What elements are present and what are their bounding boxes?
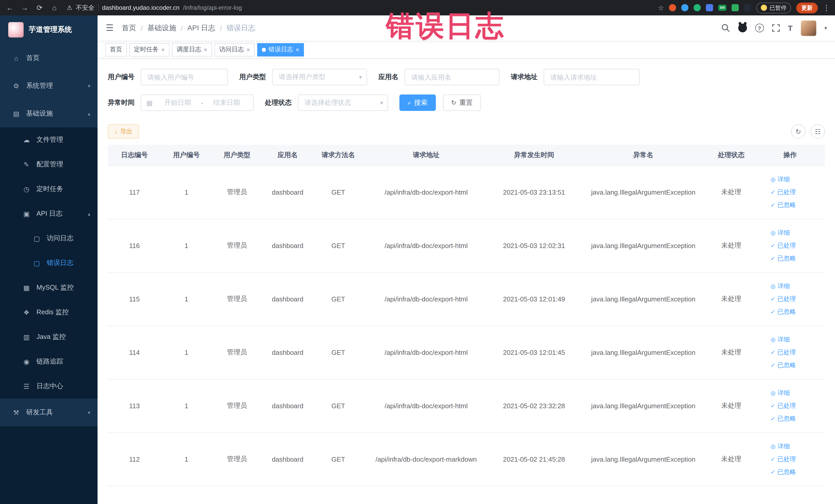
extension-on-badge[interactable]: on xyxy=(718,5,727,11)
column-settings-button[interactable]: ☷ xyxy=(811,124,825,139)
sidebar-item-system[interactable]: ⚙ 系统管理 ▾ xyxy=(0,72,98,100)
app-name-input[interactable] xyxy=(405,69,500,85)
document-icon: ▢ xyxy=(33,235,41,242)
mark-processed-link[interactable]: ✓已处理 xyxy=(771,186,823,199)
mark-processed-link[interactable]: ✓已处理 xyxy=(771,239,823,252)
fullscreen-icon[interactable] xyxy=(772,24,780,32)
extension-icon-red[interactable] xyxy=(669,4,676,11)
update-button[interactable]: 更新 xyxy=(796,2,818,13)
sidebar-item-error-log[interactable]: ▢ 错误日志 xyxy=(0,250,98,275)
font-size-icon[interactable]: T xyxy=(788,24,793,32)
tab-error-log[interactable]: 错误日志 × xyxy=(257,43,304,56)
sidebar-item-mysql-monitor[interactable]: ▦ MySQL 监控 xyxy=(0,275,98,300)
mark-processed-link[interactable]: ✓已处理 xyxy=(771,452,823,465)
cell-log-id: 116 xyxy=(108,219,161,272)
breadcrumb-home[interactable]: 首页 xyxy=(122,23,136,33)
close-icon[interactable]: × xyxy=(246,46,250,53)
request-url-input[interactable] xyxy=(544,69,640,85)
mark-processed-link[interactable]: ✓已处理 xyxy=(771,346,823,359)
close-icon[interactable]: × xyxy=(204,46,207,53)
mark-ignored-link[interactable]: ✓已忽略 xyxy=(771,412,823,425)
close-icon[interactable]: × xyxy=(296,46,299,53)
document-icon: ▢ xyxy=(33,259,41,267)
col-exception-name: 异常名 xyxy=(579,145,707,165)
address-bar[interactable]: ⚠ 不安全 dashboard.yudao.iocoder.cn/infra/l… xyxy=(67,3,242,12)
hamburger-icon[interactable]: ☰ xyxy=(106,23,114,33)
sidebar-item-infra[interactable]: ▤ 基础设施 ▴ xyxy=(0,100,98,127)
mark-ignored-link[interactable]: ✓已忽略 xyxy=(771,199,823,211)
sidebar: 芋道管理系统 ⌂ 首页 ⚙ 系统管理 ▾ ▤ 基础设施 ▴ ☁ 文件管理 xyxy=(0,15,98,504)
screen: ← → ⟳ ⌂ ⚠ 不安全 dashboard.yudao.iocoder.cn… xyxy=(0,0,835,504)
detail-link[interactable]: ◎详细 xyxy=(771,440,823,452)
mark-processed-link[interactable]: ✓已处理 xyxy=(771,293,823,305)
github-icon[interactable] xyxy=(738,24,747,32)
detail-link[interactable]: ◎详细 xyxy=(771,386,823,399)
mark-ignored-link[interactable]: ✓已忽略 xyxy=(771,305,823,318)
mark-processed-link[interactable]: ✓已处理 xyxy=(771,399,823,412)
chevron-down-icon: ▾ xyxy=(88,83,90,88)
col-app-name: 应用名 xyxy=(262,145,313,165)
check-icon: ✓ xyxy=(771,199,775,211)
tab-home[interactable]: 首页 xyxy=(105,43,127,56)
mark-ignored-link[interactable]: ✓已忽略 xyxy=(771,252,823,265)
extension-icon-blue-drop[interactable] xyxy=(681,4,688,11)
reset-button[interactable]: ↻ 重置 xyxy=(443,95,481,111)
search-icon[interactable] xyxy=(721,24,730,32)
detail-link[interactable]: ◎详细 xyxy=(771,173,823,186)
sidebar-item-label: 配置管理 xyxy=(37,160,63,169)
user-id-input[interactable] xyxy=(141,69,228,85)
detail-link[interactable]: ◎详细 xyxy=(771,226,823,239)
detail-link-label: 详细 xyxy=(777,386,790,399)
back-icon[interactable]: ← xyxy=(5,4,14,12)
tab-access-log[interactable]: 访问日志 × xyxy=(215,43,254,56)
extension-icon-dark-paw[interactable] xyxy=(744,4,751,11)
cell-actions: ◎详细 ✓已处理 ✓已忽略 xyxy=(755,326,825,379)
tab-cron-task[interactable]: 定时任务 × xyxy=(129,43,169,56)
sidebar-item-config-manage[interactable]: ✎ 配置管理 xyxy=(0,152,98,177)
sidebar-logo[interactable]: 芋道管理系统 xyxy=(0,15,98,44)
breadcrumb-infra[interactable]: 基础设施 xyxy=(147,23,176,33)
close-icon[interactable]: × xyxy=(161,46,165,53)
help-icon[interactable]: ? xyxy=(755,24,764,32)
tab-schedule-log[interactable]: 调度日志 × xyxy=(172,43,212,56)
home-icon[interactable]: ⌂ xyxy=(50,4,59,12)
search-button[interactable]: ⌕ 搜索 xyxy=(400,95,435,111)
sidebar-item-label: API 日志 xyxy=(37,209,62,218)
sidebar-item-log-center[interactable]: ☰ 日志中心 xyxy=(0,374,98,399)
detail-link[interactable]: ◎详细 xyxy=(771,333,823,346)
mark-ignored-link[interactable]: ✓已忽略 xyxy=(771,359,823,371)
refresh-button[interactable]: ↻ xyxy=(791,124,806,139)
user-avatar[interactable] xyxy=(801,20,816,36)
sidebar-item-trace[interactable]: ◉ 链路追踪 xyxy=(0,349,98,374)
sidebar-item-redis-monitor[interactable]: ❖ Redis 监控 xyxy=(0,300,98,324)
sidebar-item-file-manage[interactable]: ☁ 文件管理 xyxy=(0,127,98,152)
breadcrumb: 首页 / 基础设施 / API 日志 / 错误日志 xyxy=(122,23,256,33)
sidebar-item-java-monitor[interactable]: ▥ Java 监控 xyxy=(0,324,98,349)
detail-link[interactable]: ◎详细 xyxy=(771,280,823,293)
caret-down-icon[interactable]: ▾ xyxy=(824,25,827,31)
breadcrumb-api-log[interactable]: API 日志 xyxy=(187,23,216,33)
extension-icon-green-leaf[interactable] xyxy=(732,4,739,11)
sidebar-item-dev-tools[interactable]: ⚒ 研发工具 ▾ xyxy=(0,399,98,426)
eye-icon: ◎ xyxy=(771,280,775,293)
sidebar-item-label: 链路追踪 xyxy=(37,357,63,366)
process-status-select[interactable]: 请选择处理状态 ▾ xyxy=(298,95,388,111)
cell-request-url: /api/infra/db-doc/export-html xyxy=(364,165,489,219)
date-range-picker[interactable]: ▦ 开始日期 - 结束日期 xyxy=(141,95,253,111)
cell-method: GET xyxy=(313,165,364,219)
sidebar-item-api-log[interactable]: ▣ API 日志 ▴ xyxy=(0,201,98,226)
bookmark-star-icon[interactable]: ☆ xyxy=(658,4,664,12)
extension-icon-blue-grid[interactable] xyxy=(706,4,713,11)
sidebar-item-cron-task[interactable]: ◷ 定时任务 xyxy=(0,177,98,201)
browser-menu-icon[interactable]: ⋮ xyxy=(823,4,830,12)
forward-icon[interactable]: → xyxy=(20,4,29,12)
user-type-select[interactable]: 请选择用户类型 ▾ xyxy=(272,69,367,85)
extension-icon-green-circle[interactable] xyxy=(694,4,701,11)
reload-icon[interactable]: ⟳ xyxy=(35,4,44,12)
sidebar-item-home[interactable]: ⌂ 首页 xyxy=(0,44,98,72)
table-row: 115 1 管理员 dashboard GET /api/infra/db-do… xyxy=(108,272,825,326)
export-button[interactable]: ↓ 导出 xyxy=(108,124,139,139)
sidebar-item-access-log[interactable]: ▢ 访问日志 xyxy=(0,226,98,250)
paused-badge[interactable]: 已暂停 xyxy=(756,2,791,13)
mark-ignored-link[interactable]: ✓已忽略 xyxy=(771,465,823,478)
